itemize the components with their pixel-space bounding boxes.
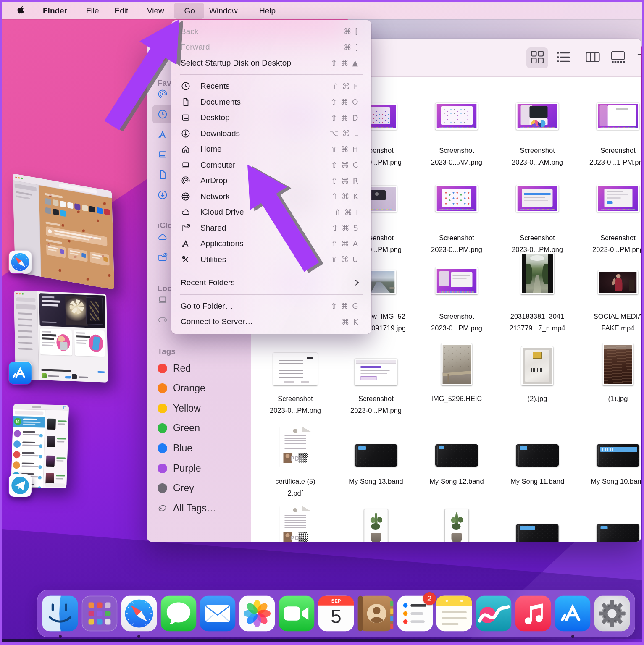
frame-border-top	[0, 0, 644, 2]
apple-menu-icon[interactable]	[15, 5, 26, 18]
go-menu-item-shared[interactable]: Shared⇧ ⌘ S	[171, 220, 371, 236]
file-name: 203183381_3041213779...7_n.mp4	[497, 311, 577, 334]
menu-shortcut: ⇧ ⌘ S	[331, 223, 359, 232]
go-menu-item-airdrop[interactable]: AirDrop⇧ ⌘ R	[171, 173, 371, 189]
preview-app-icon-telegram[interactable]	[8, 474, 32, 497]
dock-app-finder[interactable]	[42, 595, 79, 632]
go-menu-dropdown: Back⌘ [Forward⌘ ]Select Startup Disk on …	[171, 20, 371, 334]
menu-shortcut: ⌘ K	[342, 317, 359, 326]
file-thumbnail-photo-plant	[445, 509, 469, 542]
file-thumbnail-photo-package	[521, 346, 553, 385]
menu-shortcut: ⌘ [	[344, 27, 359, 36]
file-thumbnail-band-dark	[597, 524, 639, 542]
view-gallery-button[interactable]	[607, 47, 629, 68]
dock-app-music[interactable]	[515, 595, 552, 632]
go-menu-item-recent-folders[interactable]: Recent Folders	[171, 275, 371, 291]
menubar-item-help[interactable]: Help	[259, 2, 276, 19]
network-icon	[181, 191, 191, 202]
file-name: My Song 13.band	[336, 476, 416, 488]
menubar-item-go[interactable]: Go	[184, 2, 195, 19]
preview-app-icon-safari[interactable]	[8, 250, 32, 274]
dock-app-reminders[interactable]: 2	[397, 595, 434, 632]
go-menu-item-applications[interactable]: Applications⇧ ⌘ A	[171, 236, 371, 252]
menu-shortcut: ⌥ ⌘ L	[330, 129, 359, 138]
file-thumbnail-band-toolbar	[597, 444, 639, 467]
go-menu-item-home[interactable]: Home⇧ ⌘ H	[171, 142, 371, 157]
file-name: certificate (5)2.pdf	[255, 476, 335, 499]
sidebar-item-tag-purple[interactable]: Purple	[158, 462, 201, 475]
dock-app-launchpad[interactable]	[81, 595, 118, 632]
sidebar-item-tag-orange[interactable]: Orange	[158, 382, 205, 395]
dock-app-settings[interactable]	[594, 595, 631, 632]
wallpaper-horizon-strip	[0, 639, 644, 642]
menubar-item-file[interactable]: File	[86, 2, 99, 19]
dock-app-photos[interactable]	[239, 595, 276, 632]
menubar-item-finder[interactable]: Finder	[43, 2, 67, 19]
dock-app-calendar[interactable]: SEP5	[318, 595, 355, 632]
menubar-item-view[interactable]: View	[147, 2, 164, 19]
go-menu-item-icloud-drive[interactable]: iCloud Drive⇧ ⌘ I	[171, 205, 371, 220]
all-tags-icon	[158, 503, 167, 513]
desktop-icon	[181, 113, 191, 123]
file-thumbnail-shot-text-doc	[273, 353, 318, 385]
go-menu-item-network[interactable]: Network⇧ ⌘ K	[171, 189, 371, 205]
file-name: (2).jpg	[497, 393, 577, 405]
dock-app-messages[interactable]	[160, 595, 197, 632]
computer-icon	[181, 160, 191, 170]
view-gallery-icon	[610, 50, 626, 66]
close-button[interactable]	[159, 55, 166, 62]
sidebar-item-tag-blue[interactable]: Blue	[158, 442, 192, 454]
menu-shortcut: ⇧ ⌘ A	[331, 239, 359, 248]
frame-border-bottom	[0, 642, 644, 645]
file-thumbnail-photo-texture	[603, 343, 633, 385]
view-grid-button[interactable]	[526, 47, 548, 68]
dock-app-facetime[interactable]	[278, 595, 315, 632]
dock-app-safari[interactable]	[121, 595, 158, 632]
clock-icon	[181, 81, 191, 91]
menu-shortcut: ⇧ ⌘ U	[331, 255, 359, 264]
sidebar-item-tag-red[interactable]: Red	[158, 362, 191, 375]
file-thumbnail-shot-desktop-hero	[516, 103, 559, 130]
sidebar-item-tag-yellow[interactable]: Yellow	[158, 402, 201, 414]
go-menu-item-select-startup-disk-on-desktop[interactable]: Select Startup Disk on Desktop⇧ ⌘ ▲	[171, 55, 371, 71]
file-thumbnail-shot-desktop-generic	[436, 267, 478, 294]
go-menu-item-connect-to-server-[interactable]: Connect to Server…⌘ K	[171, 314, 371, 330]
svg-text:5: 5	[331, 606, 341, 627]
submenu-chevron-icon	[353, 280, 359, 286]
go-menu-item-downloads[interactable]: Downloads⌥ ⌘ L	[171, 126, 371, 142]
menubar-item-edit[interactable]: Edit	[115, 2, 129, 19]
sidebar-item-tag-grey[interactable]: Grey	[158, 482, 194, 495]
dock-app-mail[interactable]	[199, 595, 236, 632]
tag-color-dot	[158, 464, 167, 473]
menubar-item-window[interactable]: Window	[209, 2, 238, 19]
file-thumbnail-shot-settings-pink	[597, 185, 639, 212]
frame-border-right	[642, 0, 644, 645]
preview-app-icon-appstore[interactable]	[8, 361, 32, 385]
file-thumbnail-band-dark	[355, 444, 397, 467]
view-list-button[interactable]	[552, 47, 574, 68]
file-thumbnail-pdf-certificate: PDF	[280, 506, 311, 542]
go-menu-item-utilities[interactable]: Utilities⇧ ⌘ U	[171, 252, 371, 267]
file-thumbnail-shot-finder-blue	[516, 185, 559, 212]
file-thumbnail-shot-icons-grid	[436, 185, 478, 212]
go-menu-item-go-to-folder-[interactable]: Go to Folder…⇧ ⌘ G	[171, 298, 371, 314]
file-name: Screenshot2023-0...PM.png	[578, 232, 641, 255]
sidebar-item-tag-green[interactable]: Green	[158, 422, 200, 435]
file-thumbnail-band-dark	[516, 444, 559, 467]
view-columns-button[interactable]	[582, 47, 604, 68]
go-menu-item-documents[interactable]: Documents⇧ ⌘ O	[171, 94, 371, 110]
menu-shortcut: ⇧ ⌘ ▲	[331, 58, 359, 67]
menu-shortcut: ⌘ ]	[344, 43, 359, 52]
dock-app-appstore[interactable]	[554, 595, 591, 632]
file-name: Screenshot2023-0...PM.png	[497, 232, 577, 255]
dock-app-freeform[interactable]	[475, 595, 512, 632]
dock-app-notes[interactable]	[436, 595, 473, 632]
go-menu-item-desktop[interactable]: Desktop⇧ ⌘ D	[171, 110, 371, 126]
dock-app-contacts[interactable]	[357, 595, 394, 632]
sidebar-item-all-tags[interactable]: All Tags…	[158, 502, 216, 514]
go-menu-item-recents[interactable]: Recents⇧ ⌘ F	[171, 79, 371, 94]
go-menu-item-computer[interactable]: Computer⇧ ⌘ C	[171, 157, 371, 173]
document-icon	[181, 97, 191, 107]
file-name: Screenshot2023-0...AM.png	[497, 145, 577, 168]
view-list-icon	[556, 50, 570, 66]
